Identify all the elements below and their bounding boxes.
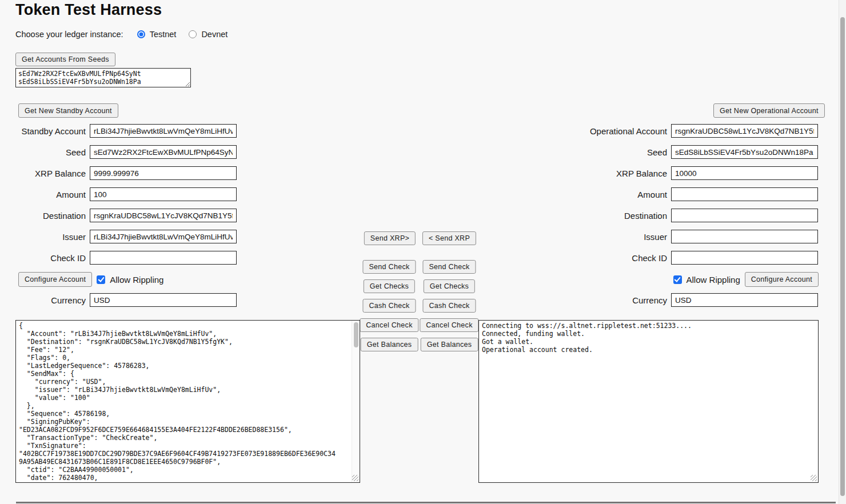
- operational-log-textarea[interactable]: Connecting to wss://s.altnet.rippletest.…: [478, 320, 819, 483]
- standby-account-row: Standby Account: [0, 124, 237, 138]
- standby-issuer-input[interactable]: [90, 230, 237, 243]
- operational-allow-rippling-checkbox[interactable]: [673, 275, 682, 284]
- standby-get-balances-button[interactable]: Get Balances: [361, 338, 418, 351]
- standby-currency-input[interactable]: [90, 293, 237, 307]
- operational-account-input[interactable]: [671, 124, 818, 138]
- operational-form: Operational Account Seed XRP Balance Amo…: [572, 124, 819, 314]
- standby-xrp-balance-row: XRP Balance: [0, 166, 237, 180]
- standby-result-textarea[interactable]: { "Account": "rLBi34J7hjieBwvtkt8LwVmQeY…: [15, 320, 360, 483]
- operational-issuer-label: Issuer: [572, 232, 670, 242]
- ledger-instance-row: Choose your ledger instance: Testnet Dev…: [15, 30, 228, 39]
- operational-currency-row: Currency: [572, 293, 819, 307]
- operational-amount-input[interactable]: [671, 187, 818, 201]
- operational-destination-input[interactable]: [671, 209, 818, 222]
- standby-amount-label: Amount: [0, 190, 89, 199]
- operational-seed-row: Seed: [572, 145, 819, 159]
- standby-configure-row: Configure Account Allow Rippling: [0, 272, 237, 287]
- operational-currency-label: Currency: [572, 295, 670, 305]
- standby-cancel-check-button[interactable]: Cancel Check: [360, 318, 418, 332]
- operational-allow-rippling-label: Allow Rippling: [687, 275, 740, 285]
- operational-account-row: Operational Account: [572, 124, 819, 138]
- standby-result-scrollbar-thumb[interactable]: [354, 322, 358, 347]
- operational-amount-label: Amount: [572, 190, 670, 199]
- operational-issuer-input[interactable]: [671, 230, 818, 243]
- standby-form: Standby Account Seed XRP Balance Amount …: [0, 124, 237, 314]
- operational-cancel-check-button[interactable]: Cancel Check: [420, 318, 478, 332]
- operational-send-xrp-button[interactable]: < Send XRP: [422, 231, 476, 245]
- next-section-top-border: [16, 502, 836, 503]
- radio-option-devnet[interactable]: Devnet: [189, 30, 228, 39]
- standby-destination-row: Destination: [0, 209, 237, 222]
- standby-xrp-balance-input[interactable]: [90, 166, 237, 180]
- standby-account-label: Standby Account: [0, 126, 89, 136]
- standby-check-id-row: Check ID: [0, 251, 237, 265]
- standby-result-scrollbar[interactable]: [352, 321, 360, 482]
- standby-xrp-balance-label: XRP Balance: [0, 169, 89, 178]
- standby-allow-rippling-checkbox[interactable]: [97, 275, 105, 284]
- standby-configure-account-button[interactable]: Configure Account: [18, 272, 92, 287]
- operational-destination-row: Destination: [572, 209, 819, 222]
- standby-destination-input[interactable]: [90, 209, 237, 222]
- operational-issuer-row: Issuer: [572, 230, 819, 243]
- operational-check-id-row: Check ID: [572, 251, 819, 265]
- operational-cash-check-button[interactable]: Cash Check: [422, 299, 476, 313]
- page-title: Token Test Harness: [15, 1, 162, 19]
- operational-seed-label: Seed: [572, 147, 670, 157]
- operational-seed-input[interactable]: [671, 145, 818, 159]
- standby-send-check-button[interactable]: Send Check: [362, 260, 416, 274]
- operational-xrp-balance-row: XRP Balance: [572, 166, 819, 180]
- operational-send-check-button[interactable]: Send Check: [422, 260, 476, 274]
- standby-seed-row: Seed: [0, 145, 237, 159]
- standby-seed-input[interactable]: [90, 145, 237, 159]
- standby-currency-label: Currency: [0, 295, 89, 305]
- testnet-radio-icon[interactable]: [137, 30, 145, 38]
- standby-currency-row: Currency: [0, 293, 237, 307]
- get-new-standby-account-button[interactable]: Get New Standby Account: [18, 103, 118, 118]
- token-test-harness-page: Token Test Harness Choose your ledger in…: [0, 0, 846, 504]
- standby-seed-label: Seed: [0, 147, 89, 157]
- standby-issuer-row: Issuer: [0, 230, 237, 243]
- standby-cash-check-button[interactable]: Cash Check: [362, 299, 416, 313]
- page-scrollbar-thumb[interactable]: [840, 17, 845, 496]
- standby-amount-row: Amount: [0, 187, 237, 201]
- testnet-radio-label: Testnet: [150, 30, 177, 39]
- operational-get-balances-button[interactable]: Get Balances: [421, 338, 478, 351]
- seeds-textarea[interactable]: sEd7Wz2RX2FtcEwXBvMULfPNp64SyNt sEdS8iLb…: [15, 68, 191, 87]
- ledger-instance-label: Choose your ledger instance:: [15, 30, 123, 39]
- standby-check-id-label: Check ID: [0, 253, 89, 263]
- page-scrollbar[interactable]: [839, 0, 846, 504]
- operational-amount-row: Amount: [572, 187, 819, 201]
- operational-configure-account-button[interactable]: Configure Account: [745, 272, 819, 287]
- get-accounts-from-seeds-button[interactable]: Get Accounts From Seeds: [15, 53, 115, 66]
- operational-log-resize-handle[interactable]: [811, 475, 817, 481]
- standby-amount-input[interactable]: [90, 187, 237, 201]
- standby-get-checks-button[interactable]: Get Checks: [364, 279, 415, 293]
- standby-result-resize-handle[interactable]: [352, 475, 358, 481]
- devnet-radio-icon[interactable]: [189, 30, 197, 38]
- standby-allow-rippling-label: Allow Rippling: [110, 275, 163, 285]
- operational-check-id-input[interactable]: [671, 251, 818, 265]
- operational-xrp-balance-input[interactable]: [671, 166, 818, 180]
- radio-option-testnet[interactable]: Testnet: [137, 30, 177, 39]
- standby-account-input[interactable]: [90, 124, 237, 138]
- devnet-radio-label: Devnet: [201, 30, 228, 39]
- standby-send-xrp-button[interactable]: Send XRP>: [364, 231, 416, 245]
- standby-issuer-label: Issuer: [0, 232, 89, 242]
- operational-currency-input[interactable]: [671, 293, 818, 307]
- get-new-operational-account-button[interactable]: Get New Operational Account: [713, 103, 825, 118]
- operational-check-id-label: Check ID: [572, 253, 670, 263]
- standby-check-id-input[interactable]: [90, 251, 237, 265]
- operational-configure-row: Allow Rippling Configure Account: [572, 272, 819, 287]
- operational-get-checks-button[interactable]: Get Checks: [424, 279, 475, 293]
- operational-xrp-balance-label: XRP Balance: [572, 169, 670, 178]
- operational-destination-label: Destination: [572, 211, 670, 221]
- standby-destination-label: Destination: [0, 211, 89, 221]
- operational-account-label: Operational Account: [572, 126, 670, 136]
